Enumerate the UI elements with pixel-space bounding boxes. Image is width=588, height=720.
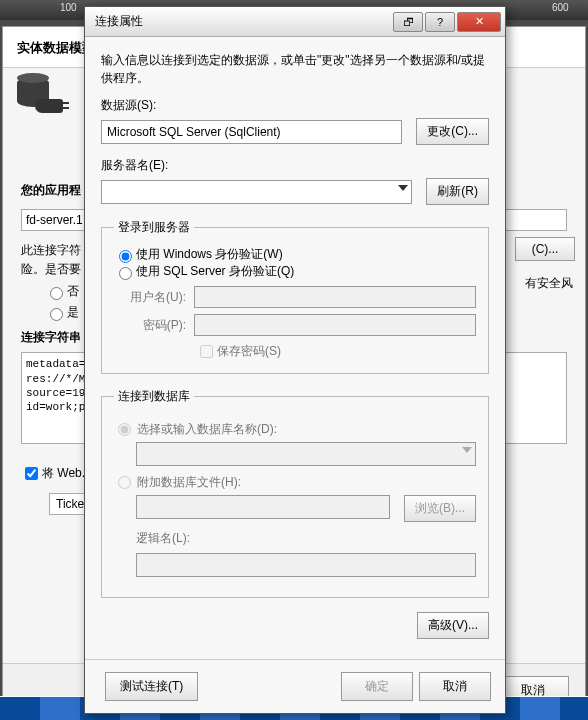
auth-sql-option[interactable]: 使用 SQL Server 身份验证(Q): [114, 263, 476, 280]
radio-no-label: 否: [67, 284, 79, 298]
cancel-button[interactable]: 取消: [419, 672, 491, 701]
password-label: 密码(P):: [114, 317, 186, 334]
radio-no[interactable]: [50, 287, 63, 300]
radio-yes-label: 是: [67, 305, 79, 319]
login-fieldset: 登录到服务器 使用 Windows 身份验证(W) 使用 SQL Server …: [101, 219, 489, 374]
save-web-checkbox[interactable]: [25, 467, 38, 480]
security-risk-text: 有安全风: [525, 275, 573, 292]
auth-windows-label: 使用 Windows 身份验证(W): [136, 247, 283, 261]
logical-name-input: [136, 553, 476, 577]
db-attach-radio: [118, 476, 131, 489]
username-input: [194, 286, 476, 308]
refresh-button[interactable]: 刷新(R): [426, 178, 489, 205]
database-legend: 连接到数据库: [114, 388, 194, 405]
database-name-input: [136, 442, 476, 466]
radio-yes[interactable]: [50, 308, 63, 321]
logical-name-label: 逻辑名(L):: [136, 530, 208, 547]
database-name-combobox: [136, 442, 476, 466]
username-label: 用户名(U):: [114, 289, 186, 306]
password-row: 密码(P):: [114, 314, 476, 336]
server-name-combobox[interactable]: [101, 180, 412, 204]
server-name-input[interactable]: [101, 180, 412, 204]
dialog-footer: 测试连接(T) 确定 取消: [85, 659, 505, 713]
new-connection-button[interactable]: (C)...: [515, 237, 575, 261]
db-select-label: 选择或输入数据库名称(D):: [137, 421, 277, 438]
database-plug-icon: [17, 77, 63, 127]
chevron-down-icon: [462, 447, 472, 453]
test-connection-button[interactable]: 测试连接(T): [105, 672, 198, 701]
dialog-instruction: 输入信息以连接到选定的数据源，或单击"更改"选择另一个数据源和/或提供程序。: [101, 51, 489, 87]
save-password-row: 保存密码(S): [196, 342, 476, 361]
auth-windows-option[interactable]: 使用 Windows 身份验证(W): [114, 246, 476, 263]
ok-button: 确定: [341, 672, 413, 701]
db-select-option[interactable]: 选择或输入数据库名称(D):: [118, 421, 476, 438]
dialog-title: 连接属性: [95, 13, 393, 30]
dialog-titlebar[interactable]: 连接属性 🗗 ? ✕: [85, 7, 505, 37]
datasource-input: [101, 120, 402, 144]
ruler-mark-100: 100: [60, 2, 77, 13]
db-select-radio: [118, 423, 131, 436]
save-password-label: 保存密码(S): [217, 344, 281, 358]
ruler-mark-600: 600: [552, 2, 569, 13]
change-datasource-button[interactable]: 更改(C)...: [416, 118, 489, 145]
browse-button: 浏览(B)...: [404, 495, 476, 522]
connection-properties-dialog: 连接属性 🗗 ? ✕ 输入信息以连接到选定的数据源，或单击"更改"选择另一个数据…: [84, 6, 506, 714]
auth-sql-label: 使用 SQL Server 身份验证(Q): [136, 264, 294, 278]
save-web-label: 将 Web.: [42, 466, 85, 480]
database-fieldset: 连接到数据库 选择或输入数据库名称(D): 附加数据库文件(H): 浏览(B).…: [101, 388, 489, 598]
datasource-label: 数据源(S):: [101, 97, 489, 114]
db-attach-label: 附加数据库文件(H):: [137, 474, 241, 491]
dialog-body: 输入信息以连接到选定的数据源，或单击"更改"选择另一个数据源和/或提供程序。 数…: [85, 37, 505, 659]
chevron-down-icon[interactable]: [398, 185, 408, 191]
password-input: [194, 314, 476, 336]
server-name-label: 服务器名(E):: [101, 157, 489, 174]
auth-windows-radio[interactable]: [119, 250, 132, 263]
close-icon[interactable]: ✕: [457, 12, 501, 32]
advanced-button[interactable]: 高级(V)...: [417, 612, 489, 639]
help-icon[interactable]: ?: [425, 12, 455, 32]
login-legend: 登录到服务器: [114, 219, 194, 236]
db-attach-option[interactable]: 附加数据库文件(H):: [118, 474, 476, 491]
minimize-icon[interactable]: 🗗: [393, 12, 423, 32]
auth-sql-radio[interactable]: [119, 267, 132, 280]
save-password-checkbox: [200, 345, 213, 358]
attach-file-input: [136, 495, 390, 519]
username-row: 用户名(U):: [114, 286, 476, 308]
